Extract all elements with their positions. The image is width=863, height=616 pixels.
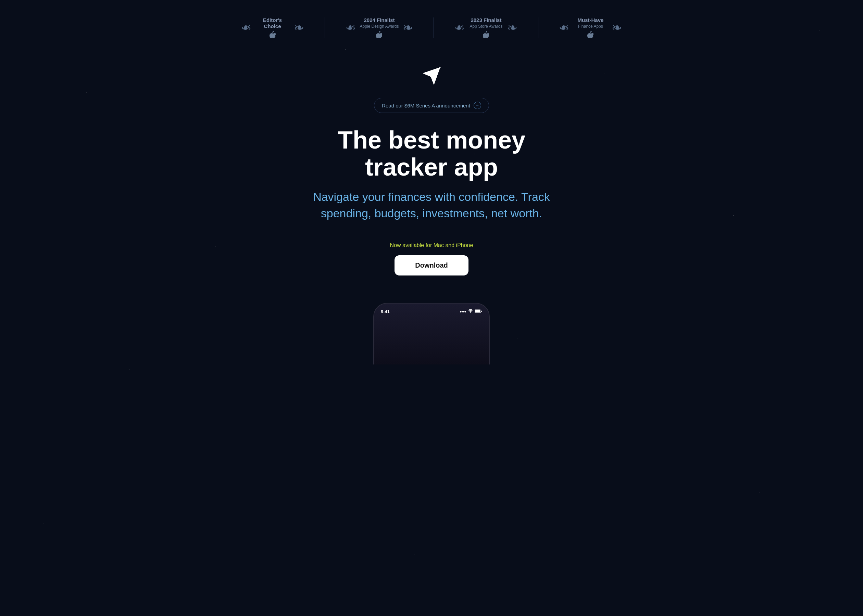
award-content-2: 2024 Finalist Apple Design Awards: [360, 17, 399, 38]
laurel-icon-left-4: ❧: [559, 22, 569, 34]
wifi-icon: [468, 310, 473, 313]
svg-rect-1: [475, 310, 480, 313]
award-must-have: ❧ Must-Have Finance Apps ❧: [559, 17, 622, 38]
laurel-icon-right-2: ❧: [403, 22, 413, 34]
award-title-3: 2023 Finalist: [471, 17, 501, 23]
laurel-left-2: ❧: [346, 22, 356, 34]
laurel-icon-left-2: ❧: [346, 22, 356, 34]
laurel-icon-right-4: ❧: [612, 22, 622, 34]
battery-icon: [475, 310, 482, 314]
phone-status-bar: 9:41 ●●●: [381, 309, 482, 314]
award-apple-design-2024: ❧ 2024 Finalist Apple Design Awards ❧: [346, 17, 413, 38]
laurel-icon-right-3: ❧: [507, 22, 517, 34]
awards-row: ❧ Editor'sChoice ❧ ❧ 2024 Finalist Apple…: [227, 17, 636, 38]
download-button[interactable]: Download: [395, 255, 468, 275]
laurel-left-3: ❧: [454, 22, 465, 34]
apple-icon-3: [483, 31, 489, 38]
separator-3: [538, 17, 539, 38]
main-headline: The best money tracker app: [294, 127, 569, 181]
award-subtitle-2: Apple Design Awards: [360, 24, 399, 30]
laurel-icon-right-1: ❧: [294, 22, 304, 34]
announcement-banner[interactable]: Read our $6M Series A announcement →: [374, 98, 489, 113]
award-subtitle-4: Finance Apps: [578, 24, 603, 30]
app-logo-section: [421, 66, 442, 88]
laurel-right-3: ❧: [507, 22, 517, 34]
sub-headline: Navigate your finances with confidence. …: [301, 189, 562, 222]
laurel-icon-left: ❧: [241, 22, 251, 34]
announcement-text: Read our $6M Series A announcement: [382, 103, 470, 108]
platform-label: Now available for Mac and iPhone: [390, 242, 473, 248]
phone-time: 9:41: [381, 309, 390, 314]
separator-2: [433, 17, 434, 38]
phone-indicators: ●●●: [460, 310, 482, 314]
apple-icon-2: [376, 31, 382, 38]
paper-plane-icon: [421, 66, 442, 86]
award-content-4: Must-Have Finance Apps: [573, 17, 608, 38]
announcement-arrow: →: [474, 102, 481, 109]
phone-mockup: 9:41 ●●●: [373, 303, 490, 365]
apple-icon-4: [587, 31, 594, 38]
phone-frame: 9:41 ●●●: [373, 303, 490, 365]
laurel-left-4: ❧: [559, 22, 569, 34]
laurel-right-2: ❧: [403, 22, 413, 34]
award-editors-choice: ❧ Editor'sChoice ❧: [241, 17, 304, 38]
award-title-2: 2024 Finalist: [364, 17, 395, 23]
award-title-4: Must-Have: [577, 17, 603, 23]
award-subtitle-3: App Store Awards: [470, 24, 503, 30]
page-container: ❧ Editor'sChoice ❧ ❧ 2024 Finalist Apple…: [0, 0, 863, 365]
award-content-1: Editor'sChoice: [255, 17, 290, 38]
award-title-1: Editor'sChoice: [263, 17, 282, 30]
award-app-store-2023: ❧ 2023 Finalist App Store Awards ❧: [454, 17, 517, 38]
laurel-left-1: ❧: [241, 22, 251, 34]
separator-1: [324, 17, 325, 38]
award-content-3: 2023 Finalist App Store Awards: [469, 17, 503, 38]
laurel-icon-left-3: ❧: [454, 22, 465, 34]
laurel-right-4: ❧: [612, 22, 622, 34]
signal-icon: ●●●: [460, 310, 466, 313]
laurel-right-1: ❧: [294, 22, 304, 34]
apple-icon-1: [269, 31, 276, 38]
